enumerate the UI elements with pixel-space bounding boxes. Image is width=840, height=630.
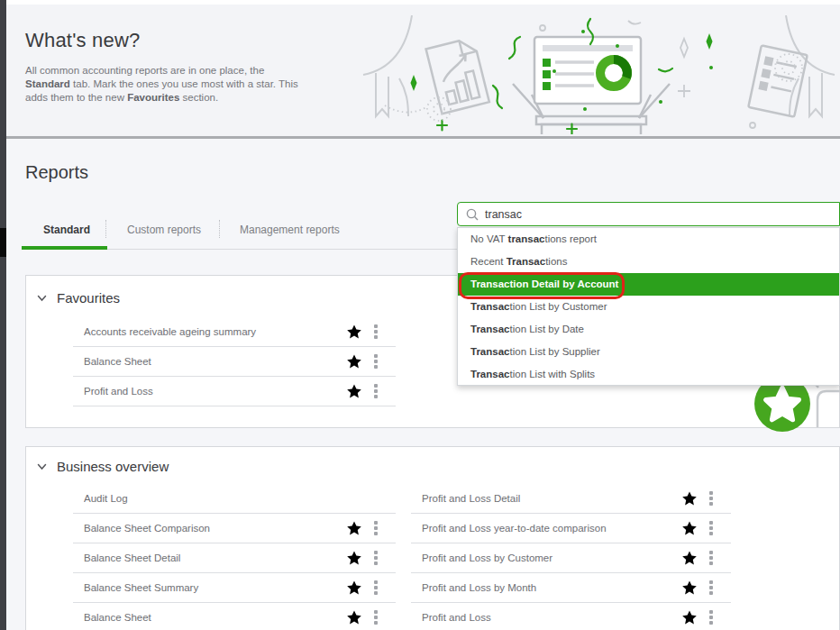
tab-divider xyxy=(105,220,106,238)
report-link[interactable]: Profit and Loss by Month xyxy=(422,582,681,593)
business-overview-section-card: Business overview Audit Log Balance Shee… xyxy=(25,446,840,630)
report-link[interactable]: Profit and Loss Detail xyxy=(422,493,681,504)
report-link[interactable]: Balance Sheet xyxy=(84,612,346,623)
suggestion-transaction-list-by-supplier[interactable]: Transaction List by Supplier xyxy=(458,341,839,363)
kebab-menu-icon[interactable] xyxy=(374,521,378,535)
report-link[interactable]: Balance Sheet Detail xyxy=(84,552,346,563)
whats-new-banner: What's new? All common accounting report… xyxy=(6,5,840,136)
report-link[interactable]: Balance Sheet Summary xyxy=(84,582,346,593)
star-outline-icon[interactable] xyxy=(681,490,698,507)
favourites-section-header[interactable]: Favourites xyxy=(37,290,120,306)
tab-standard[interactable]: Standard xyxy=(43,224,90,236)
report-link[interactable]: Profit and Loss xyxy=(84,386,346,397)
suggestion-no-vat-transactions-report[interactable]: No VAT transactions report xyxy=(458,228,839,251)
kebab-menu-icon[interactable] xyxy=(374,354,378,369)
report-row[interactable]: Balance Sheet Summary xyxy=(73,573,396,603)
star-filled-icon[interactable] xyxy=(346,324,362,340)
report-row[interactable]: Profit and Loss xyxy=(73,377,396,406)
search-suggestions-dropdown: No VAT transactions report Recent Transa… xyxy=(457,227,840,386)
report-row[interactable]: Profit and Loss year-to-date comparison xyxy=(411,514,731,543)
report-row[interactable]: Balance Sheet Comparison xyxy=(73,514,396,543)
star-filled-icon[interactable] xyxy=(681,609,698,625)
report-row[interactable]: Profit and Loss Detail xyxy=(411,484,731,514)
kebab-menu-icon[interactable] xyxy=(374,384,378,398)
tab-divider xyxy=(219,220,220,238)
report-link[interactable]: Balance Sheet xyxy=(84,356,346,367)
suggestion-transaction-list-with-splits[interactable]: Transaction List with Splits xyxy=(458,363,839,386)
page-title: Reports xyxy=(25,162,88,183)
star-filled-icon[interactable] xyxy=(346,609,362,625)
report-row[interactable]: Audit Log xyxy=(73,484,396,514)
banner-description: All common accounting reports are in one… xyxy=(25,64,306,105)
kebab-menu-icon[interactable] xyxy=(374,580,378,595)
tab-custom-reports[interactable]: Custom reports xyxy=(127,224,201,236)
star-outline-icon[interactable] xyxy=(346,520,362,536)
section-title-favourites: Favourites xyxy=(57,290,120,306)
report-row[interactable]: Profit and Loss xyxy=(411,603,731,630)
report-row[interactable]: Balance Sheet Detail xyxy=(73,543,396,573)
report-row[interactable]: Balance Sheet xyxy=(73,603,396,630)
active-tab-underline xyxy=(22,246,107,250)
business-overview-section-header[interactable]: Business overview xyxy=(37,459,169,474)
suggestion-transaction-detail-by-account[interactable]: Transaction Detail by Account xyxy=(458,273,839,296)
report-link[interactable]: Balance Sheet Comparison xyxy=(84,523,346,534)
section-title-business-overview: Business overview xyxy=(57,459,169,474)
kebab-menu-icon[interactable] xyxy=(709,491,713,506)
report-row[interactable]: Accounts receivable ageing summary xyxy=(73,317,396,347)
star-filled-icon[interactable] xyxy=(346,353,362,370)
search-input[interactable] xyxy=(485,208,782,221)
report-link[interactable]: Profit and Loss xyxy=(422,612,681,623)
report-link[interactable]: Profit and Loss by Customer xyxy=(422,552,681,563)
banner-title: What's new? xyxy=(25,29,140,52)
star-outline-icon[interactable] xyxy=(681,580,698,596)
star-outline-icon[interactable] xyxy=(681,550,698,566)
chevron-down-icon[interactable] xyxy=(37,463,47,470)
report-link[interactable]: Profit and Loss year-to-date comparison xyxy=(422,523,681,534)
report-link[interactable]: Audit Log xyxy=(84,493,378,504)
banner-illustration xyxy=(358,15,840,134)
tab-management-reports[interactable]: Management reports xyxy=(240,224,340,236)
cursor-outline-illustration xyxy=(814,380,840,427)
report-search-box[interactable] xyxy=(457,202,840,226)
suggestion-transaction-list-by-date[interactable]: Transaction List by Date xyxy=(458,318,839,341)
kebab-menu-icon[interactable] xyxy=(374,610,378,625)
report-row[interactable]: Balance Sheet xyxy=(73,347,396,377)
kebab-menu-icon[interactable] xyxy=(709,580,713,595)
star-outline-icon[interactable] xyxy=(346,550,362,566)
kebab-menu-icon[interactable] xyxy=(374,324,378,339)
chevron-down-icon[interactable] xyxy=(37,295,47,302)
star-outline-icon[interactable] xyxy=(681,520,698,536)
star-outline-icon[interactable] xyxy=(346,580,362,596)
suggestion-recent-transactions[interactable]: Recent Transactions xyxy=(458,251,839,273)
kebab-menu-icon[interactable] xyxy=(374,551,378,565)
kebab-menu-icon[interactable] xyxy=(709,521,713,535)
star-filled-icon[interactable] xyxy=(346,383,362,399)
suggestion-transaction-list-by-customer[interactable]: Transaction List by Customer xyxy=(458,296,839,318)
report-row[interactable]: Profit and Loss by Customer xyxy=(411,543,731,573)
collapsed-sidebar-strip xyxy=(0,0,6,630)
sidebar-scrollbar-thumb[interactable] xyxy=(0,228,6,257)
kebab-menu-icon[interactable] xyxy=(709,610,713,625)
kebab-menu-icon[interactable] xyxy=(709,551,713,565)
report-link[interactable]: Accounts receivable ageing summary xyxy=(84,326,346,337)
search-icon xyxy=(466,208,479,221)
report-row[interactable]: Profit and Loss by Month xyxy=(411,573,731,603)
